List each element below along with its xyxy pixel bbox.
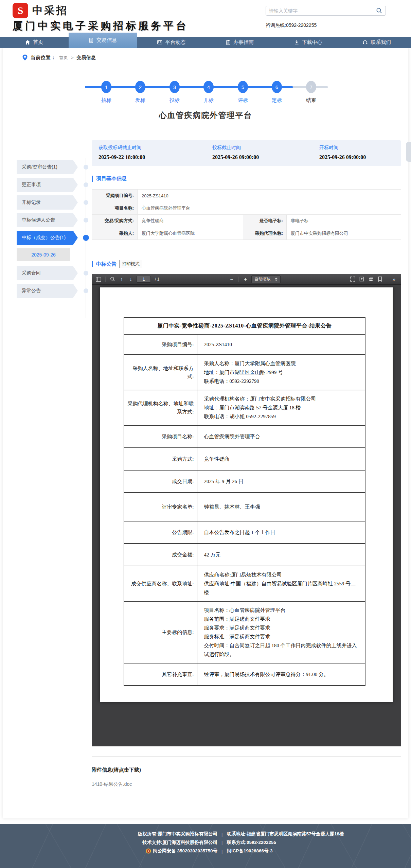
- doc-table-row: 采购项目编号: 2025-ZS1410: [124, 334, 365, 355]
- print-mode-button[interactable]: 打印模式: [119, 260, 142, 268]
- page-count: / 1: [155, 277, 159, 282]
- nav-item-trade-info[interactable]: 交易信息: [69, 33, 137, 48]
- sidebar-item-candidates-notice[interactable]: 中标候选人公告: [17, 213, 78, 227]
- doc-table-row: 其它补充事宜: 经评审，厦门易炀技术有限公司评审总得分：91.00 分。: [124, 663, 365, 686]
- sidebar-item-abnormal-notice[interactable]: 异常公告: [17, 284, 78, 298]
- print-icon[interactable]: [368, 276, 374, 283]
- nav-item-label: 下载中心: [302, 39, 322, 46]
- timeline-dot: [84, 182, 88, 187]
- doc-row-value: 采购代理机构名称：厦门市中实采购招标有限公司 地址：厦门市湖滨南路 57 号金源…: [197, 390, 365, 425]
- key-time-open-time: 开标时间 2025-09-26 09:00:00: [312, 140, 401, 166]
- doc-row-label: 评审专家名单:: [124, 493, 197, 521]
- field-value: 厦门市中实采购招标有限公司: [287, 227, 401, 240]
- doc-row-value: 2025 年 9 月 26 日: [197, 470, 365, 493]
- pdf-viewer: ↑ ↓ / 1 − + 自动缩放 » 厦门中实-竞争性磋商-2025-ZS: [92, 274, 401, 746]
- search-input[interactable]: [269, 8, 376, 14]
- zoom-level-select[interactable]: 自动缩放: [251, 276, 281, 283]
- zoom-level-value: 自动缩放: [254, 276, 271, 282]
- doc-row-label: 采购方式:: [124, 448, 197, 470]
- header: S 中采招 厦门中实电子采购招标服务平台 咨询热线:0592-2202255: [0, 0, 411, 37]
- sidebar-item-procurement-notice[interactable]: 采购/资审公告(1): [17, 160, 78, 174]
- floating-side-tab[interactable]: [406, 142, 411, 162]
- bookmark-icon[interactable]: [377, 276, 383, 283]
- sidebar-item-award-notice[interactable]: 中标（成交）公告(1): [17, 231, 78, 245]
- zoom-in-icon[interactable]: +: [242, 276, 249, 283]
- nav-item-contact[interactable]: 联系我们: [342, 37, 411, 48]
- trade-doc-icon: [89, 38, 94, 43]
- presentation-mode-icon[interactable]: [349, 276, 356, 283]
- footer-icp-filing[interactable]: 闽ICP备19026866号-3: [227, 848, 345, 854]
- key-time-bid-deadline: 投标截止时间 2025-09-26 09:00:00: [206, 140, 312, 166]
- toolbar-separator: [387, 277, 387, 282]
- footer-copyright: 版权所有:厦门市中实采购招标有限公司: [66, 831, 217, 837]
- attachment-download-link[interactable]: 1410-结果公告.doc: [92, 781, 132, 787]
- footer: 版权所有:厦门市中实采购招标有限公司 | 联系地址:福建省厦门市思明区湖滨南路5…: [0, 824, 411, 868]
- home-icon: [25, 40, 30, 45]
- breadcrumb-prefix: 当前位置：: [31, 55, 56, 61]
- nav-item-guide[interactable]: 办事指南: [206, 37, 274, 48]
- download-icon: [294, 40, 299, 45]
- open-file-icon[interactable]: [358, 276, 365, 283]
- toolbar-separator: [105, 277, 106, 282]
- footer-tech-support: 技术支持:厦门海迈科技股份有限公司: [66, 839, 217, 846]
- step-label-open: 开标: [197, 97, 220, 104]
- sidebar-toggle-icon[interactable]: [95, 276, 102, 283]
- footer-row: 闽公网安备 35020302035750号 | 闽ICP备19026866号-3: [66, 848, 345, 854]
- sidebar-item-contract[interactable]: 采购合同: [17, 266, 78, 280]
- step-label-bid: 招标: [94, 97, 118, 104]
- page-up-icon[interactable]: ↑: [118, 276, 125, 283]
- section-title: 中标公告: [96, 261, 117, 267]
- police-badge-icon: [146, 848, 151, 854]
- step-label-evaluate: 评标: [231, 97, 255, 104]
- doc-title-row: 厦门中实-竞争性磋商-2025-ZS1410-心血管疾病院外管理平台-结果公告: [124, 318, 365, 334]
- doc-table-row: 采购方式: 竞争性磋商: [124, 448, 365, 470]
- step-circle-2: 2: [135, 81, 145, 93]
- find-icon[interactable]: [109, 276, 116, 283]
- nav-item-platform-news[interactable]: 平台动态: [137, 37, 206, 48]
- navbar: 首页 交易信息 平台动态 办事指南 下载中心 联系我们: [0, 37, 411, 48]
- search-box[interactable]: [266, 6, 386, 16]
- timeline-dot: [84, 271, 88, 276]
- logo[interactable]: S 中采招: [13, 3, 68, 18]
- step-circle-3: 3: [169, 81, 180, 93]
- field-label: 采购人:: [92, 227, 138, 240]
- nav-item-download[interactable]: 下载中心: [274, 37, 343, 48]
- pdf-toolbar: ↑ ↓ / 1 − + 自动缩放 »: [92, 274, 401, 285]
- doc-row-label: 采购项目编号:: [124, 334, 197, 355]
- doc-table-row: 采购人名称、地址和联系方式: 采购人名称：厦门大学附属心血管病医院 地址：厦门市…: [124, 355, 365, 390]
- table-row: 采购人: 厦门大学附属心血管病医院 采购代理名称: 厦门市中实采购招标有限公司: [92, 227, 401, 240]
- attachment-section-title: 附件信息(请点击下载): [92, 767, 141, 773]
- page-down-icon[interactable]: ↓: [127, 276, 134, 283]
- toolbar-separator: [238, 277, 239, 282]
- doc-table-row: 公告期限: 自本公告发布之日起 1 个工作日: [124, 521, 365, 544]
- page-number-input[interactable]: [137, 276, 151, 283]
- footer-row: 版权所有:厦门市中实采购招标有限公司 | 联系地址:福建省厦门市思明区湖滨南路5…: [66, 831, 345, 837]
- doc-row-label: 主要标的信息:: [124, 601, 197, 663]
- footer-separator: |: [221, 849, 223, 854]
- search-icon[interactable]: [376, 7, 382, 14]
- timeline-dot: [84, 165, 88, 170]
- field-label: 项目名称:: [92, 202, 138, 215]
- sidebar: 采购/资审公告(1) 更正事项 开标记录 中标候选人公告 中标（成交）公告(1)…: [17, 160, 78, 301]
- site-title: 厦门中实电子采购招标服务平台: [13, 19, 189, 33]
- footer-separator: |: [221, 832, 223, 837]
- step-circle-1: 1: [101, 81, 111, 93]
- zoom-out-icon[interactable]: −: [228, 276, 235, 283]
- step-label-submit: 投标: [163, 97, 186, 104]
- doc-table-row: 采购项目名称: 心血管疾病院外管理平台: [124, 425, 365, 448]
- sidebar-subitem-date[interactable]: 2025-09-26: [17, 248, 70, 261]
- table-row: 交易/采购方式: 竞争性磋商 是否电子标: 非电子标: [92, 215, 401, 227]
- breadcrumb-home-link[interactable]: 首页: [59, 55, 68, 61]
- news-icon: [157, 40, 162, 45]
- stepper-progress: [85, 86, 293, 88]
- sidebar-item-open-records[interactable]: 开标记录: [17, 195, 78, 210]
- more-tools-icon[interactable]: »: [391, 276, 397, 283]
- sidebar-item-corrections[interactable]: 更正事项: [17, 178, 78, 192]
- select-spinner-icon: [275, 278, 278, 281]
- field-label: 采购项目编号:: [92, 190, 138, 202]
- footer-security-filing[interactable]: 闽公网安备 35020302035750号: [66, 848, 217, 854]
- key-time-value: 2025-09-26 09:00:00: [212, 154, 312, 160]
- nav-item-home[interactable]: 首页: [0, 37, 69, 48]
- field-label: 是否电子标:: [243, 215, 287, 227]
- table-row: 采购项目编号: 2025-ZS1410: [92, 190, 401, 202]
